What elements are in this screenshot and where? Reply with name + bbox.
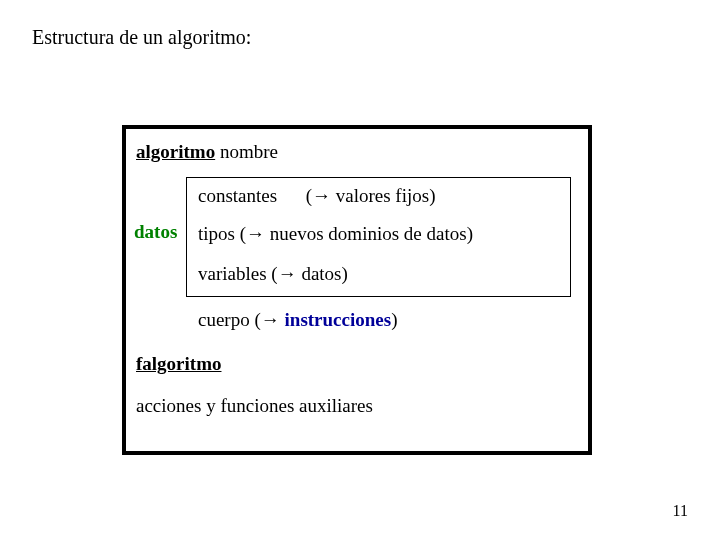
tipos-note: nuevos dominios de datos) bbox=[265, 223, 473, 244]
arrow-icon: → bbox=[312, 185, 331, 206]
arrow-icon: → bbox=[246, 223, 265, 244]
tipos-line: tipos (→ nuevos dominios de datos) bbox=[198, 223, 473, 245]
algoritmo-keyword: algoritmo bbox=[136, 141, 215, 162]
constantes-note: valores fijos) bbox=[331, 185, 435, 206]
acciones-line: acciones y funciones auxiliares bbox=[136, 395, 373, 417]
cuerpo-paren-close: ) bbox=[391, 309, 397, 330]
constantes-word: constantes bbox=[198, 185, 277, 206]
variables-note: datos) bbox=[297, 263, 348, 284]
constantes-line: constantes (→ valores fijos) bbox=[198, 185, 435, 207]
page-number: 11 bbox=[673, 502, 688, 520]
falgoritmo-keyword: falgoritmo bbox=[136, 353, 221, 375]
cuerpo-line: cuerpo (→ instrucciones) bbox=[198, 309, 397, 331]
arrow-icon: → bbox=[278, 263, 297, 284]
cuerpo-word: cuerpo bbox=[198, 309, 250, 330]
tipos-word: tipos bbox=[198, 223, 235, 244]
variables-line: variables (→ datos) bbox=[198, 263, 348, 285]
arrow-icon: → bbox=[261, 309, 280, 330]
algoritmo-line: algoritmo nombre bbox=[136, 141, 278, 163]
datos-label: datos bbox=[134, 221, 181, 243]
algoritmo-name: nombre bbox=[220, 141, 278, 162]
slide-title: Estructura de un algoritmo: bbox=[32, 26, 251, 49]
instrucciones-word: instrucciones bbox=[280, 309, 391, 330]
variables-word: variables bbox=[198, 263, 267, 284]
algorithm-structure-box: algoritmo nombre datos constantes (→ val… bbox=[122, 125, 592, 455]
